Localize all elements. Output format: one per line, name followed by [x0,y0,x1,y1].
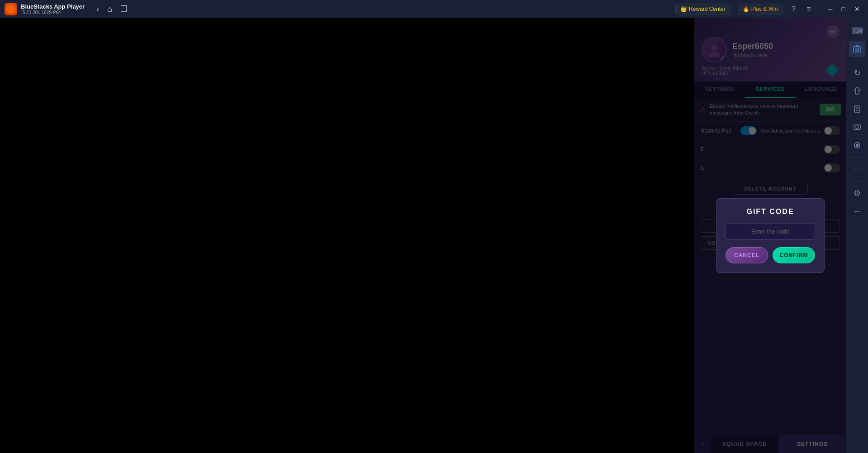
svg-rect-4 [854,47,861,52]
confirm-button[interactable]: CONFIRM [773,247,815,263]
cancel-button[interactable]: CANCEL [726,247,768,263]
home-button[interactable]: ⌂ [104,4,115,15]
help-button[interactable]: ? [790,3,797,15]
svg-rect-6 [855,88,859,94]
back-button[interactable]: ‹ [94,4,102,15]
refresh-icon[interactable]: ↻ [849,65,865,81]
crown-icon: 👑 [680,6,687,12]
reward-center-label: Reward Center [689,6,726,12]
left-area [0,18,694,453]
close-button[interactable]: ✕ [851,4,863,14]
svg-point-14 [856,126,859,129]
right-sidebar: ⌨ ↻ [846,18,868,453]
screenshot-icon[interactable] [849,119,865,135]
camera-icon[interactable] [849,41,865,57]
title-bar-right: 👑 Reward Center 🔥 Play & Win ? ≡ ─ □ ✕ [675,3,863,15]
main-content: 8 Esper6050 Nothing's here ✏ Server: Son… [0,18,868,453]
collapse-icon[interactable]: ← [849,203,865,219]
play-win-label: Play & Win [751,6,778,12]
apk-icon[interactable] [849,101,865,117]
play-win-button[interactable]: 🔥 Play & Win [738,4,783,14]
multi-button[interactable]: ❐ [118,3,130,15]
keyboard-icon[interactable]: ⌨ [849,23,865,39]
title-bar: BlueStacks App Player 5.21.201.1029 P64 … [0,0,868,18]
svg-point-5 [856,48,859,51]
dialog-overlay: GIFT CODE CANCEL CONFIRM [694,18,846,453]
minimize-button[interactable]: ─ [825,4,836,14]
svg-point-16 [856,144,859,147]
app-name: BlueStacks App Player [21,3,85,10]
app-version: 5.21.201.1029 P64 [23,10,85,15]
reward-center-button[interactable]: 👑 Reward Center [675,4,730,14]
settings-icon[interactable]: ⚙ [849,185,865,201]
sidebar-separator-2 [850,157,864,157]
menu-button[interactable]: ≡ [805,3,812,15]
sidebar-separator-3 [850,181,864,181]
gift-code-input[interactable] [726,223,815,240]
more-icon[interactable]: ··· [849,161,865,177]
sidebar-separator-1 [850,61,864,61]
fire-icon: 🔥 [743,6,749,12]
shake-icon[interactable] [849,83,865,99]
record-icon[interactable] [849,137,865,153]
app-logo [5,3,17,15]
app-screen: 8 Esper6050 Nothing's here ✏ Server: Son… [694,18,846,453]
svg-point-1 [9,7,13,11]
gift-code-dialog: GIFT CODE CANCEL CONFIRM [716,198,825,273]
nav-controls: ‹ ⌂ ❐ [94,3,130,15]
dialog-title: GIFT CODE [726,208,815,216]
dialog-buttons: CANCEL CONFIRM [726,247,815,263]
maximize-button[interactable]: □ [838,4,849,14]
window-controls: ─ □ ✕ [825,4,863,14]
